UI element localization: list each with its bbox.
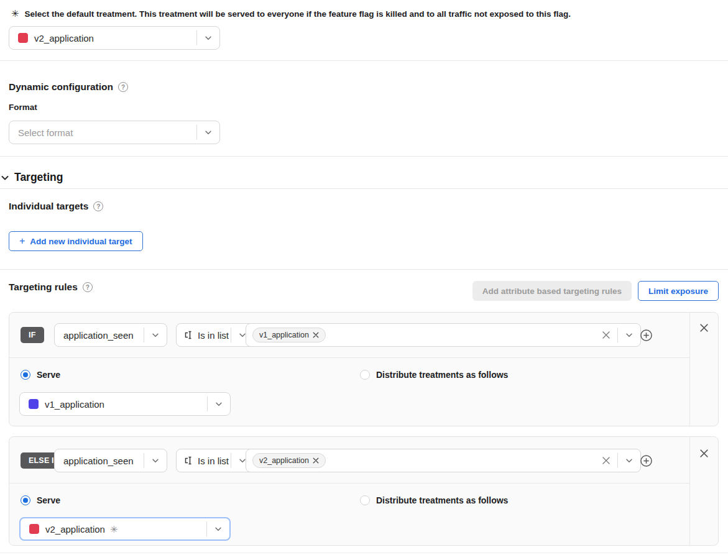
serve-treatment-value: v2_application [45, 524, 105, 535]
format-select[interactable]: Select format [9, 121, 220, 144]
card-divider [9, 483, 689, 484]
serve-treatment-select[interactable]: v1_application [19, 392, 231, 416]
individual-targets-title: Individual targets ? [9, 201, 103, 212]
serve-label: Serve [37, 370, 60, 380]
help-icon[interactable]: ? [118, 82, 128, 92]
format-label: Format [9, 103, 37, 112]
value-chip: v2_application [252, 453, 326, 468]
distribute-radio-option[interactable]: Distribute treatments as follows [360, 370, 508, 380]
radio-selected-icon[interactable] [21, 370, 30, 380]
chevron-down-icon[interactable] [0, 173, 10, 183]
format-placeholder: Select format [18, 127, 73, 138]
chevron-down-icon[interactable] [197, 128, 219, 137]
remove-rule-button[interactable] [699, 323, 709, 333]
help-icon[interactable]: ? [83, 282, 93, 292]
default-treatment-value: v2_application [34, 33, 94, 44]
chip-label: v1_application [259, 331, 309, 339]
chevron-down-icon[interactable] [197, 34, 219, 42]
serve-treatment-select[interactable]: v2_application ✳ [19, 517, 231, 541]
matcher-select[interactable]: Is in list [176, 323, 254, 347]
radio-selected-icon[interactable] [21, 495, 30, 505]
add-condition-button[interactable] [639, 454, 653, 468]
chevron-down-icon[interactable] [144, 331, 167, 339]
radio-unselected-icon[interactable] [360, 370, 370, 380]
default-treatment-asterisk-icon: ✳ [110, 525, 118, 534]
attribute-select[interactable]: application_seen [54, 323, 167, 347]
chevron-down-icon[interactable] [618, 331, 640, 339]
matcher-value: Is in list [198, 330, 229, 341]
serve-treatment-value: v1_application [45, 399, 104, 410]
section-divider [0, 60, 728, 61]
serve-label: Serve [37, 495, 60, 505]
chevron-down-icon[interactable] [144, 456, 167, 465]
section-divider [0, 156, 728, 157]
card-divider [9, 357, 689, 358]
section-divider [0, 553, 728, 553]
treatment-color-swatch [29, 399, 39, 409]
targeting-section-toggle[interactable]: Targeting [0, 171, 63, 184]
default-treatment-note-text: Select the default treatment. This treat… [25, 9, 571, 19]
targeting-rule-card: IF application_seen Is in list v1_applic… [9, 312, 719, 426]
distribute-label: Distribute treatments as follows [376, 495, 508, 505]
treatment-color-swatch [18, 33, 28, 43]
card-divider [689, 313, 690, 426]
rule-keyword-badge: IF [21, 327, 44, 343]
matcher-select[interactable]: Is in list [176, 449, 254, 472]
attribute-select[interactable]: application_seen [54, 449, 167, 472]
limit-exposure-button[interactable]: Limit exposure [638, 281, 719, 301]
chevron-down-icon[interactable] [618, 456, 640, 465]
serve-radio-option[interactable]: Serve [21, 370, 60, 380]
targeting-rules-title: Targeting rules ? [9, 282, 93, 293]
values-multiselect[interactable]: v2_application [246, 449, 641, 472]
serve-radio-option[interactable]: Serve [21, 495, 60, 505]
chevron-down-icon[interactable] [207, 525, 229, 533]
remove-rule-button[interactable] [699, 449, 709, 458]
treatment-color-swatch [29, 524, 39, 534]
section-divider [0, 269, 728, 270]
chip-label: v2_application [259, 456, 309, 465]
dynamic-config-title: Dynamic configuration ? [9, 81, 128, 93]
attribute-value: application_seen [63, 330, 134, 341]
default-treatment-note: ✳ Select the default treatment. This tre… [11, 9, 571, 19]
section-divider [0, 188, 728, 189]
plus-icon: + [19, 236, 25, 246]
chip-remove-icon[interactable] [313, 457, 319, 464]
clear-values-icon[interactable] [595, 331, 617, 339]
default-treatment-select[interactable]: v2_application [9, 26, 220, 50]
chip-remove-icon[interactable] [313, 332, 319, 338]
add-individual-target-button[interactable]: + Add new individual target [9, 231, 143, 251]
clear-values-icon[interactable] [595, 456, 617, 465]
help-icon[interactable]: ? [93, 201, 103, 211]
string-type-icon [183, 455, 194, 466]
distribute-label: Distribute treatments as follows [376, 370, 508, 380]
targeting-rule-card: ELSE IF application_seen Is in list v2_a… [9, 436, 719, 546]
default-asterisk-icon: ✳ [11, 9, 19, 18]
chevron-down-icon[interactable] [208, 400, 230, 408]
string-type-icon [183, 329, 194, 341]
value-chip: v1_application [252, 328, 326, 342]
add-condition-button[interactable] [639, 328, 653, 342]
radio-unselected-icon[interactable] [360, 495, 370, 505]
attribute-value: application_seen [63, 456, 134, 466]
distribute-radio-option[interactable]: Distribute treatments as follows [360, 495, 508, 505]
add-attribute-rules-button[interactable]: Add attribute based targeting rules [472, 281, 632, 301]
card-divider [689, 437, 690, 545]
matcher-value: Is in list [198, 456, 229, 466]
values-multiselect[interactable]: v1_application [246, 323, 641, 347]
targeting-title: Targeting [14, 171, 63, 184]
